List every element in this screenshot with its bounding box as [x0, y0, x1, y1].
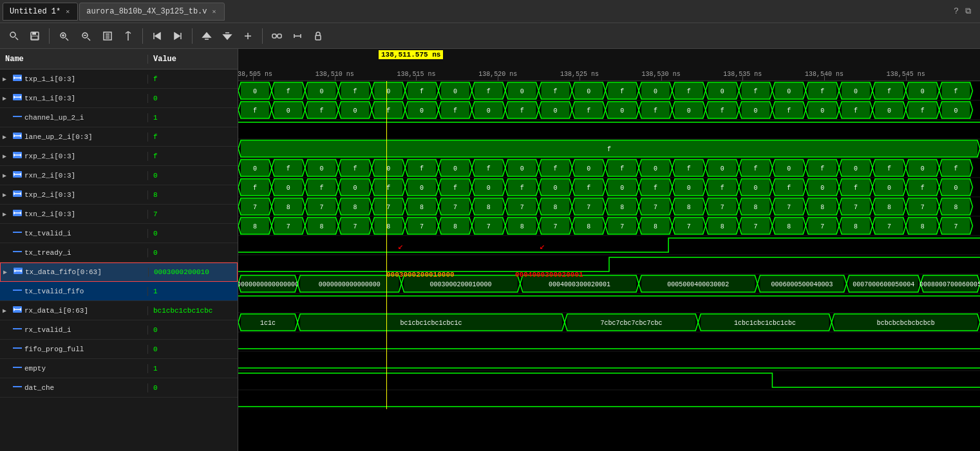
signal-value-rxp_2: f [148, 152, 163, 160]
signal-label-tx_tvalid_fifo: tx_tvalid_fifo [24, 288, 84, 295]
signal-row-rx_data_i[interactable]: ▶rx_data_i[0:63]bc1cbc1cbc1cbc [0, 301, 238, 320]
toolbar-sep-1 [49, 28, 50, 44]
tab-aurora-close[interactable]: ✕ [211, 8, 217, 15]
expand-arrow-txp_1[interactable]: ▶ [3, 75, 10, 83]
time-tick: 138,505 ns [238, 71, 272, 78]
signal-icon-channel_up_2 [13, 113, 22, 122]
signal-name-dat_che: dat_che [0, 383, 148, 392]
save-button[interactable] [26, 28, 44, 44]
signal-label-txn_2: txn_2_i[0:3] [24, 210, 75, 218]
signal-label-txn_1: txn_1_i[0:3] [24, 95, 75, 102]
signal-icon-rxp_2 [13, 152, 22, 161]
signal-name-empty: empty [0, 364, 148, 373]
signal-row-txp_1[interactable]: ▶txp_1_i[0:3]f [0, 69, 238, 89]
signal-name-rxp_2: ▶rxp_2_i[0:3] [0, 152, 148, 161]
help-icon[interactable]: ? [954, 6, 959, 16]
name-column-header: Name [0, 55, 148, 64]
signal-row-tx_tready[interactable]: tx_tready_i0 [0, 243, 238, 262]
move-up-button[interactable] [198, 28, 216, 44]
expand-arrow-lane_up_2[interactable]: ▶ [3, 133, 10, 141]
signal-icon-rx_tvalid [13, 326, 22, 335]
signal-row-fifo_prog_full[interactable]: fifo_prog_full0 [0, 340, 238, 359]
expand-arrow-txn_2[interactable]: ▶ [3, 210, 10, 218]
first-button[interactable] [148, 28, 166, 44]
signal-row-txn_2[interactable]: ▶txn_2_i[0:3]7 [0, 205, 238, 224]
waveform-canvas[interactable] [238, 81, 980, 409]
signal-value-tx_tready: 0 [148, 249, 163, 257]
toolbar-sep-3 [192, 28, 193, 44]
expand-arrow-rx_data_i[interactable]: ▶ [3, 307, 10, 315]
signal-row-txp_2[interactable]: ▶txp_2_i[0:3]8 [0, 185, 238, 205]
tab-untitled-close[interactable]: ✕ [64, 8, 71, 15]
signal-row-empty[interactable]: empty1 [0, 359, 238, 378]
signal-value-rx_data_i: bc1cbc1cbc1cbc [148, 307, 218, 315]
zoom-in-button[interactable] [55, 28, 74, 44]
signal-label-tx_tvalid: tx_tvalid_i [24, 230, 71, 237]
signal-row-rxp_2[interactable]: ▶rxp_2_i[0:3]f [0, 147, 238, 166]
zoom-out-button[interactable] [77, 28, 96, 44]
signal-label-empty: empty [24, 365, 46, 373]
tab-untitled[interactable]: Untitled 1* ✕ [3, 3, 78, 21]
svg-line-10 [88, 38, 90, 41]
move-down-button[interactable] [218, 28, 236, 44]
expand-arrow-rxp_2[interactable]: ▶ [3, 152, 10, 160]
signal-label-rxn_2: rxn_2_i[0:3] [24, 172, 75, 179]
signal-icon-txn_2 [13, 210, 22, 219]
lock-button[interactable] [309, 28, 327, 44]
time-tick: 138,545 ns [887, 71, 925, 78]
signal-row-dat_che[interactable]: dat_che0 [0, 378, 238, 398]
svg-marker-22 [174, 33, 180, 39]
time-tick: 138,535 ns [723, 71, 762, 78]
signal-row-tx_data_fifo[interactable]: ▶tx_data_fifo[0:63]0003000200010 [0, 262, 238, 282]
cursor-line [386, 81, 387, 409]
signal-icon-rx_data_i [13, 306, 22, 315]
signal-row-tx_tvalid_fifo[interactable]: tx_tvalid_fifo1 [0, 282, 238, 301]
time-tick: 138,520 ns [478, 71, 517, 78]
signal-icon-txp_1 [13, 75, 22, 84]
expand-arrow-txp_2[interactable]: ▶ [3, 191, 10, 199]
signal-name-tx_data_fifo: ▶tx_data_fifo[0:63] [1, 268, 149, 277]
signal-row-lane_up_2[interactable]: ▶lane_up_2_i[0:3]f [0, 127, 238, 147]
expand-arrow-txn_1[interactable]: ▶ [3, 95, 10, 102]
signal-row-tx_tvalid[interactable]: tx_tvalid_i0 [0, 224, 238, 243]
signal-value-tx_data_fifo: 0003000200010 [149, 268, 214, 276]
last-button[interactable] [169, 28, 187, 44]
signal-value-dat_che: 0 [148, 384, 163, 392]
svg-marker-20 [155, 33, 160, 39]
signal-row-rxn_2[interactable]: ▶rxn_2_i[0:3]0 [0, 166, 238, 185]
signal-name-tx_tvalid_fifo: tx_tvalid_fifo [0, 287, 148, 296]
signal-icon-dat_che [13, 383, 22, 392]
add-button[interactable] [239, 28, 257, 44]
waveform-content: 0003000200010000 0004000300020001 ↙ ↙ [238, 81, 980, 409]
signal-icon-empty [13, 364, 22, 373]
link2-button[interactable] [288, 28, 306, 44]
time-tick: 138,515 ns [397, 71, 435, 78]
cursor-button[interactable] [119, 28, 137, 44]
waveform-panel[interactable]: 138,511.575 ns 138,505 ns138,510 ns138,5… [238, 49, 980, 451]
tab-aurora[interactable]: aurora_8b10b_4X_3p125_tb.v ✕ [79, 3, 224, 21]
signal-row-txn_1[interactable]: ▶txn_1_i[0:3]0 [0, 89, 238, 108]
signal-value-fifo_prog_full: 0 [148, 345, 163, 353]
signal-row-channel_up_2[interactable]: channel_up_2_i1 [0, 108, 238, 127]
expand-arrow-rxn_2[interactable]: ▶ [3, 172, 10, 179]
tab-bar: Untitled 1* ✕ aurora_8b10b_4X_3p125_tb.v… [0, 0, 980, 23]
signal-row-rx_tvalid[interactable]: rx_tvalid_i0 [0, 320, 238, 340]
signal-label-tx_tready: tx_tready_i [24, 249, 71, 257]
signal-icon-tx_tready [13, 248, 22, 257]
signal-name-fifo_prog_full: fifo_prog_full [0, 345, 148, 354]
signal-label-tx_data_fifo: tx_data_fifo[0:63] [25, 268, 102, 276]
svg-marker-23 [203, 33, 211, 37]
signal-value-tx_tvalid_fifo: 1 [148, 288, 163, 295]
signal-icon-tx_tvalid_fifo [13, 287, 22, 296]
time-tick: 138,510 ns [316, 71, 354, 78]
search-button[interactable] [5, 28, 23, 44]
expand-arrow-tx_data_fifo[interactable]: ▶ [3, 268, 11, 276]
window-icon[interactable]: ⧉ [965, 6, 971, 16]
tab-untitled-label: Untitled 1* [10, 7, 61, 16]
signal-value-empty: 1 [148, 365, 163, 373]
signal-value-txp_2: 8 [148, 191, 163, 199]
signal-name-txn_2: ▶txn_2_i[0:3] [0, 210, 148, 219]
signal-value-txn_1: 0 [148, 95, 163, 102]
fit-button[interactable] [99, 28, 117, 44]
link1-button[interactable] [268, 28, 286, 44]
